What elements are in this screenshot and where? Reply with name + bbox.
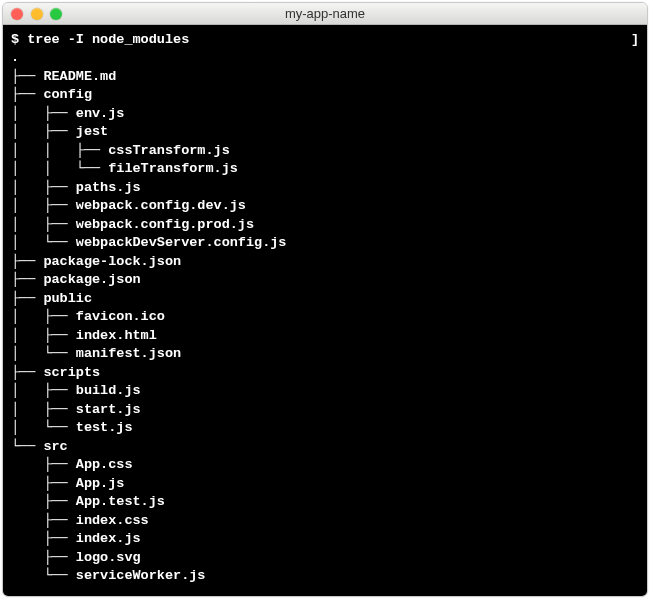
tree-output: . ├── README.md ├── config │ ├── env.js … (11, 50, 286, 583)
terminal-body[interactable]: $ tree -I node_modules]. ├── README.md ├… (3, 25, 647, 596)
terminal-window: my-app-name $ tree -I node_modules]. ├──… (2, 2, 648, 597)
zoom-icon[interactable] (50, 8, 62, 20)
window-controls (11, 8, 62, 20)
prompt: $ (11, 32, 27, 47)
minimize-icon[interactable] (31, 8, 43, 20)
right-edge-char: ] (631, 31, 639, 49)
command-text: tree -I node_modules (27, 32, 189, 47)
window-title: my-app-name (3, 5, 647, 23)
close-icon[interactable] (11, 8, 23, 20)
titlebar: my-app-name (3, 3, 647, 25)
command-line: $ tree -I node_modules] (11, 31, 639, 49)
